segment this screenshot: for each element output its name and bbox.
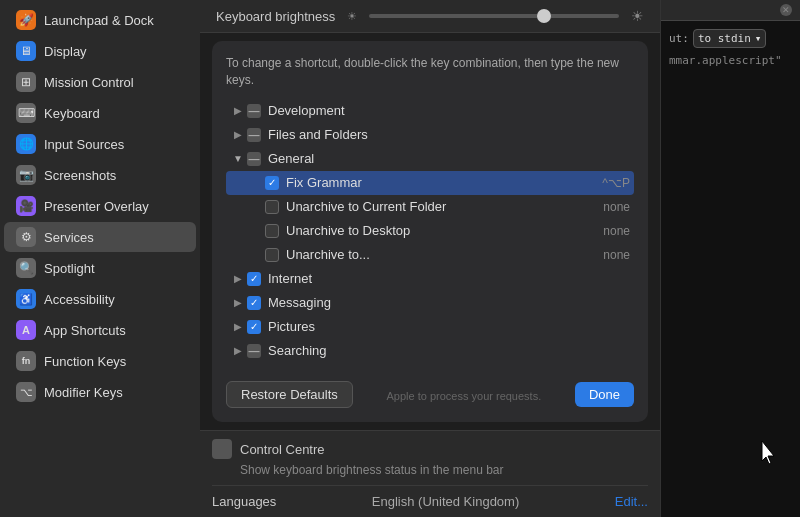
no-expand-icon: [248, 223, 264, 239]
checkbox-empty-icon: [265, 200, 279, 214]
sidebar: 🚀 Launchpad & Dock 🖥 Display ⊞ Mission C…: [0, 0, 200, 517]
slider-thumb[interactable]: [537, 9, 551, 23]
modifier-keys-icon: ⌥: [16, 382, 36, 402]
no-expand-icon: [248, 175, 264, 191]
files-checkbox[interactable]: —: [246, 127, 262, 143]
done-button[interactable]: Done: [575, 382, 634, 407]
control-centre-label: Control Centre: [240, 442, 325, 457]
sidebar-item-modifier-keys[interactable]: ⌥ Modifier Keys: [4, 377, 196, 407]
keyboard-brightness-sublabel: Show keyboard brightness status in the m…: [212, 463, 648, 477]
shortcut-item-unarchive-current[interactable]: Unarchive to Current Folder none: [226, 195, 634, 219]
sidebar-item-accessibility[interactable]: ♿ Accessibility: [4, 284, 196, 314]
shortcut-group-messaging[interactable]: ▶ ✓ Messaging: [226, 291, 634, 315]
sidebar-item-label: Presenter Overlay: [44, 199, 149, 214]
sidebar-item-app-shortcuts[interactable]: A App Shortcuts: [4, 315, 196, 345]
internet-checkbox[interactable]: ✓: [246, 271, 262, 287]
brightness-low-icon: ☀: [347, 10, 357, 23]
shortcut-group-pictures[interactable]: ▶ ✓ Pictures: [226, 315, 634, 339]
unarchive-current-label: Unarchive to Current Folder: [286, 199, 595, 214]
input-sources-icon: 🌐: [16, 134, 36, 154]
languages-row: Languages English (United Kingdom) Edit.…: [212, 485, 648, 509]
sidebar-item-label: Function Keys: [44, 354, 126, 369]
spotlight-icon: 🔍: [16, 258, 36, 278]
shortcut-group-searching[interactable]: ▶ — Searching: [226, 339, 634, 363]
sidebar-item-presenter-overlay[interactable]: 🎥 Presenter Overlay: [4, 191, 196, 221]
sidebar-item-screenshots[interactable]: 📷 Screenshots: [4, 160, 196, 190]
expand-development-icon[interactable]: ▶: [230, 103, 246, 119]
launchpad-icon: 🚀: [16, 10, 36, 30]
expand-searching-icon[interactable]: ▶: [230, 343, 246, 359]
expand-internet-icon[interactable]: ▶: [230, 271, 246, 287]
select-row: ut: to stdin ▾: [669, 29, 792, 48]
select-chevron-icon: ▾: [755, 32, 762, 45]
accessibility-icon: ♿: [16, 289, 36, 309]
shortcut-group-development[interactable]: ▶ — Development: [226, 99, 634, 123]
checkbox-empty-icon: [265, 248, 279, 262]
edit-button[interactable]: Edit...: [615, 494, 648, 509]
shortcut-list[interactable]: ▶ — Development ▶ — Files and Folders ▼ …: [226, 99, 634, 363]
unarchive-desktop-checkbox[interactable]: [264, 223, 280, 239]
brightness-high-icon: ☀: [631, 8, 644, 24]
unarchive-to-key: none: [603, 248, 630, 262]
checkbox-checked-icon: ✓: [247, 320, 261, 334]
right-panel: ✕ ut: to stdin ▾ mmar.applescript": [660, 0, 800, 517]
unarchive-desktop-key: none: [603, 224, 630, 238]
checkbox-dash-icon: —: [247, 152, 261, 166]
sidebar-item-input-sources[interactable]: 🌐 Input Sources: [4, 129, 196, 159]
cursor-indicator: [760, 439, 780, 467]
sidebar-item-label: Keyboard: [44, 106, 100, 121]
expand-messaging-icon[interactable]: ▶: [230, 295, 246, 311]
keyboard-icon: ⌨: [16, 103, 36, 123]
services-dialog: To change a shortcut, double-click the k…: [212, 41, 648, 422]
app-shortcuts-icon: A: [16, 320, 36, 340]
restore-defaults-button[interactable]: Restore Defaults: [226, 381, 353, 408]
development-label: Development: [268, 103, 630, 118]
sidebar-item-label: Display: [44, 44, 87, 59]
checkbox-dash-icon: —: [247, 128, 261, 142]
fix-grammar-label: Fix Grammar: [286, 175, 594, 190]
general-checkbox[interactable]: —: [246, 151, 262, 167]
sidebar-item-spotlight[interactable]: 🔍 Spotlight: [4, 253, 196, 283]
expand-general-icon[interactable]: ▼: [230, 151, 246, 167]
sidebar-item-label: Launchpad & Dock: [44, 13, 154, 28]
unarchive-to-checkbox[interactable]: [264, 247, 280, 263]
unarchive-current-checkbox[interactable]: [264, 199, 280, 215]
sidebar-item-function-keys[interactable]: fn Function Keys: [4, 346, 196, 376]
shortcut-item-unarchive-desktop[interactable]: Unarchive to Desktop none: [226, 219, 634, 243]
sidebar-item-launchpad[interactable]: 🚀 Launchpad & Dock: [4, 5, 196, 35]
unarchive-current-key: none: [603, 200, 630, 214]
right-panel-top-bar: ✕: [661, 0, 800, 21]
shortcut-group-internet[interactable]: ▶ ✓ Internet: [226, 267, 634, 291]
searching-label: Searching: [268, 343, 630, 358]
shortcut-group-files-folders[interactable]: ▶ — Files and Folders: [226, 123, 634, 147]
pictures-checkbox[interactable]: ✓: [246, 319, 262, 335]
sidebar-item-display[interactable]: 🖥 Display: [4, 36, 196, 66]
checkbox-dash-icon: —: [247, 344, 261, 358]
dialog-hint: To change a shortcut, double-click the k…: [226, 55, 634, 89]
sidebar-item-mission-control[interactable]: ⊞ Mission Control: [4, 67, 196, 97]
main-content: Keyboard brightness ☀ ☀ To change a shor…: [200, 0, 660, 517]
brightness-slider[interactable]: [369, 14, 619, 18]
shortcut-item-fix-grammar[interactable]: ✓ Fix Grammar ^⌥P: [226, 171, 634, 195]
select-label: ut:: [669, 32, 689, 45]
searching-checkbox[interactable]: —: [246, 343, 262, 359]
checkbox-checked-icon: ✓: [265, 176, 279, 190]
sidebar-item-label: Services: [44, 230, 94, 245]
close-button[interactable]: ✕: [780, 4, 792, 16]
brightness-label: Keyboard brightness: [216, 9, 335, 24]
messaging-checkbox[interactable]: ✓: [246, 295, 262, 311]
sidebar-item-keyboard[interactable]: ⌨ Keyboard: [4, 98, 196, 128]
shortcut-item-unarchive-to[interactable]: Unarchive to... none: [226, 243, 634, 267]
stdin-select[interactable]: to stdin ▾: [693, 29, 767, 48]
fix-grammar-checkbox[interactable]: ✓: [264, 175, 280, 191]
expand-pictures-icon[interactable]: ▶: [230, 319, 246, 335]
expand-files-icon[interactable]: ▶: [230, 127, 246, 143]
screenshots-icon: 📷: [16, 165, 36, 185]
languages-value: English (United Kingdom): [372, 494, 519, 509]
right-panel-content: ut: to stdin ▾ mmar.applescript": [661, 21, 800, 75]
presenter-overlay-icon: 🎥: [16, 196, 36, 216]
sidebar-item-services[interactable]: ⚙ Services: [4, 222, 196, 252]
shortcut-group-general[interactable]: ▼ — General: [226, 147, 634, 171]
sidebar-item-label: Accessibility: [44, 292, 115, 307]
development-checkbox[interactable]: —: [246, 103, 262, 119]
